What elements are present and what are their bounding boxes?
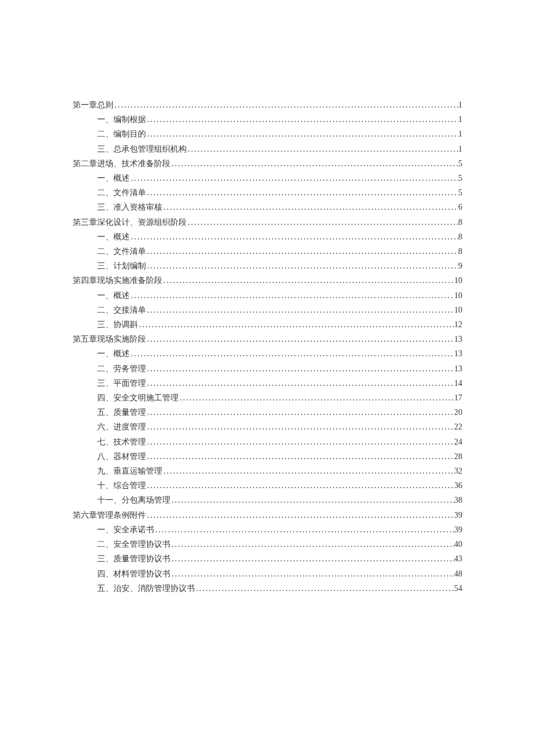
toc-label: 二、交接清单 [97,303,146,317]
toc-page: 39 [454,508,462,522]
toc-dots [162,464,454,478]
toc-label: 二、文件清单 [97,185,146,200]
toc-entry: 一、概述8 [73,230,462,244]
toc-entry: 四、材料管理协议书48 [73,567,462,581]
toc-page: 9 [458,259,462,273]
toc-entry: 一、概述13 [73,346,462,361]
toc-page: 8 [458,215,462,230]
toc-entry: 十一、分包离场管理38 [73,493,462,507]
toc-label: 七、技术管理 [97,435,146,449]
toc-page: 24 [454,435,462,449]
toc-entry: 二、编制目的1 [73,127,462,141]
toc-entry: 八、器材管理28 [73,449,462,464]
toc-entry: 二、安全管理协议书40 [73,537,462,551]
toc-dots [146,185,458,200]
toc-dots [170,567,454,581]
toc-label: 第五章现场实施阶段 [73,332,146,346]
toc-entry: 二、文件清单5 [73,185,462,200]
toc-label: 第四章现场实施准备阶段 [73,273,162,288]
toc-page: 48 [454,567,462,581]
toc-page: 14 [454,376,462,390]
toc-entry: 第四章现场实施准备阶段10 [73,273,462,288]
toc-dots [146,361,454,376]
toc-dots [130,346,454,361]
toc-label: 三、计划编制 [97,259,146,273]
toc-label: 一、概述 [97,171,130,185]
toc-page: 10 [454,288,462,303]
toc-label: 五、质量管理 [97,405,146,420]
toc-page: 1 [458,112,462,127]
toc-page: 40 [454,537,462,551]
toc-dots [146,435,454,449]
toc-label: 四、材料管理协议书 [97,567,170,581]
toc-label: 二、文件清单 [97,244,146,259]
toc-entry: 三、平面管理14 [73,376,462,390]
toc-page: 10 [454,273,462,288]
toc-dots [179,390,454,405]
toc-dots [146,420,454,434]
toc-entry: 五、质量管理20 [73,405,462,420]
toc-page: 13 [454,346,462,361]
toc-entry: 第六章管理条例附件39 [73,508,462,522]
toc-page: 12 [454,317,462,332]
toc-page: 13 [454,361,462,376]
toc-entry: 六、进度管理22 [73,420,462,434]
toc-dots [113,98,458,112]
toc-page: 38 [454,493,462,507]
toc-label: 二、安全管理协议书 [97,537,170,551]
toc-label: 三、准入资格审核 [97,200,162,214]
toc-page: 54 [454,581,462,596]
toc-label: 八、器材管理 [97,449,146,464]
toc-page: 5 [458,156,462,171]
toc-page: 20 [454,405,462,420]
toc-page: 32 [454,464,462,478]
toc-dots [146,259,458,273]
toc-page: 8 [458,244,462,259]
toc-label: 三、总承包管理组织机构 [97,142,187,156]
toc-entry: 十、综合管理36 [73,478,462,493]
toc-entry: 七、技术管理24 [73,435,462,449]
toc-entry: 第二章进场、技术准备阶段5 [73,156,462,171]
toc-label: 二、劳务管理 [97,361,146,376]
toc-label: 十一、分包离场管理 [97,493,170,507]
toc-page: 43 [454,551,462,566]
toc-entry: 二、文件清单8 [73,244,462,259]
toc-label: 五、治安、消防管理协议书 [97,581,195,596]
toc-label: 十、综合管理 [97,478,146,493]
toc-label: 第一章总则 [73,98,113,112]
toc-label: 第六章管理条例附件 [73,508,146,522]
toc-page: 22 [454,420,462,434]
toc-entry: 四、安全文明施工管理17 [73,390,462,405]
toc-page: 1 [458,127,462,141]
toc-dots [146,449,454,464]
toc-label: 一、概述 [97,346,130,361]
toc-dots [170,551,454,566]
toc-dots [170,493,454,507]
toc-page: 10 [454,303,462,317]
toc-dots [130,171,458,185]
toc-entry: 一、概述10 [73,288,462,303]
toc-dots [146,332,454,346]
toc-entry: 第五章现场实施阶段13 [73,332,462,346]
toc-entry: 一、安全承诺书39 [73,522,462,537]
toc-page: 39 [454,522,462,537]
toc-label: 二、编制目的 [97,127,146,141]
toc-entry: 五、治安、消防管理协议书54 [73,581,462,596]
toc-page: 28 [454,449,462,464]
toc-entry: 三、计划编制9 [73,259,462,273]
toc-dots [170,537,454,551]
toc-page: 17 [454,390,462,405]
toc-entry: 第一章总则1 [73,98,462,112]
toc-dots [154,522,454,537]
toc-dots [187,142,458,156]
toc-label: 一、编制根据 [97,112,146,127]
toc-dots [146,478,454,493]
toc-entry: 一、编制根据1 [73,112,462,127]
toc-label: 九、垂直运输管理 [97,464,162,478]
toc-entry: 九、垂直运输管理32 [73,464,462,478]
toc-label: 一、安全承诺书 [97,522,154,537]
toc-page: 6 [458,200,462,214]
toc-dots [138,317,454,332]
toc-entry: 三、准入资格审核6 [73,200,462,214]
toc-dots [146,405,454,420]
